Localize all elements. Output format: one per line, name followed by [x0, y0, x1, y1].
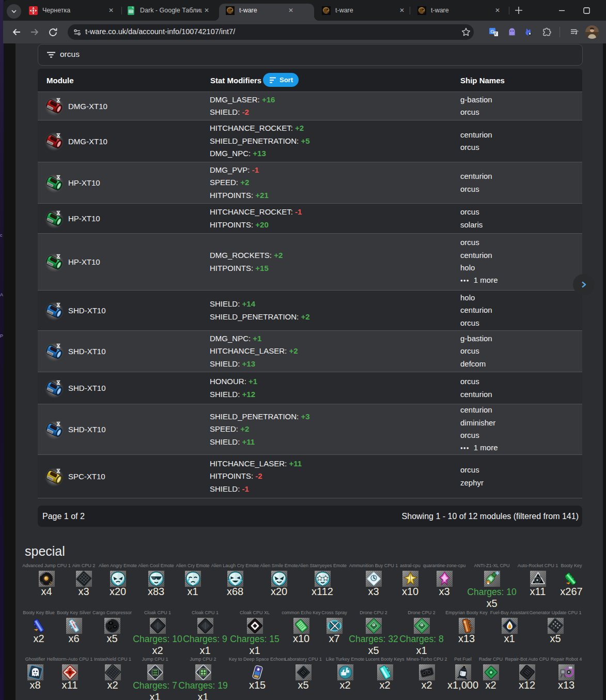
svg-text:G: G: [490, 28, 494, 34]
